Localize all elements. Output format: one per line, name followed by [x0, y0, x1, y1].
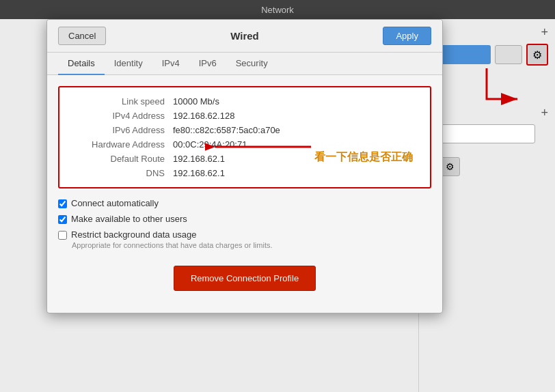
make-available-row: Make available to other users: [58, 214, 431, 224]
link-speed-value: 10000 Mb/s: [173, 96, 219, 107]
remove-btn-row: Remove Connection Profile: [58, 266, 431, 302]
default-route-label: Default Route: [70, 154, 173, 164]
gear-icon: ⚙: [532, 48, 542, 61]
link-speed-label: Link speed: [70, 96, 173, 107]
restrict-bg-label[interactable]: Restrict background data usage: [71, 229, 197, 240]
tab-ipv6[interactable]: IPv6: [189, 53, 226, 75]
connect-auto-label[interactable]: Connect automatically: [71, 198, 159, 208]
toggle-row: Off ⚙: [426, 157, 548, 176]
dialog-title: Wired: [230, 30, 259, 42]
tab-identity[interactable]: Identity: [105, 53, 152, 75]
connect-auto-checkbox[interactable]: [58, 199, 67, 208]
dialog-header: Cancel Wired Apply: [47, 20, 442, 53]
ipv6-address-row: IPv6 Address fe80::c82c:6587:5ac0:a70e: [70, 123, 419, 137]
add-second-button[interactable]: +: [541, 107, 548, 119]
toggle-gear-button[interactable]: ⚙: [441, 157, 460, 176]
second-plus-row: + Off ⚙: [426, 107, 548, 176]
make-available-label[interactable]: Make available to other users: [71, 214, 187, 224]
restrict-bg-section: Restrict background data usage Appropria…: [58, 229, 431, 249]
info-box: Link speed 10000 Mb/s IPv4 Address 192.1…: [58, 86, 431, 188]
ipv4-address-row: IPv4 Address 192.168.62.128: [70, 109, 419, 123]
apply-button[interactable]: Apply: [383, 27, 431, 45]
dialog-content: Link speed 10000 Mb/s IPv4 Address 192.1…: [47, 75, 442, 313]
cancel-button[interactable]: Cancel: [58, 27, 106, 45]
tab-ipv4[interactable]: IPv4: [152, 53, 189, 75]
default-route-value: 192.168.62.1: [173, 154, 225, 164]
tab-details[interactable]: Details: [58, 53, 105, 75]
ipv4-address-value: 192.168.62.128: [173, 111, 234, 121]
right-panel-top-row: +: [426, 26, 548, 38]
wired-dialog: Cancel Wired Apply Details Identity IPv4…: [46, 19, 443, 313]
dns-value: 192.168.62.1: [173, 168, 225, 178]
top-bar-title: Network: [261, 5, 294, 15]
hardware-address-row: Hardware Address 00:0C:29:4A:20:71: [70, 137, 419, 152]
toggle-gear-icon: ⚙: [446, 161, 455, 172]
network-gear-button[interactable]: ⚙: [526, 44, 548, 66]
ipv6-address-label: IPv6 Address: [70, 125, 173, 135]
connect-auto-row: Connect automatically: [58, 198, 431, 208]
default-route-row: Default Route 192.168.62.1: [70, 152, 419, 166]
ipv6-address-value: fe80::c82c:6587:5ac0:a70e: [173, 125, 280, 135]
tab-security[interactable]: Security: [226, 53, 278, 75]
dns-label: DNS: [70, 168, 173, 178]
link-speed-row: Link speed 10000 Mb/s: [70, 94, 419, 109]
make-available-checkbox[interactable]: [58, 215, 67, 224]
top-bar: Network: [0, 0, 555, 19]
remove-connection-button[interactable]: Remove Connection Profile: [174, 266, 316, 291]
dns-row: DNS 192.168.62.1: [70, 166, 419, 180]
hardware-address-value: 00:0C:29:4A:20:71: [173, 139, 247, 150]
add-network-button[interactable]: +: [541, 26, 548, 38]
restrict-bg-checkbox[interactable]: [58, 231, 67, 240]
right-panel-gear-row: ⚙: [426, 44, 548, 66]
ipv4-address-label: IPv4 Address: [70, 111, 173, 121]
tabs-bar: Details Identity IPv4 IPv6 Security: [47, 53, 442, 75]
hardware-address-label: Hardware Address: [70, 139, 173, 150]
restrict-bg-sublabel: Appropriate for connections that have da…: [72, 241, 431, 249]
